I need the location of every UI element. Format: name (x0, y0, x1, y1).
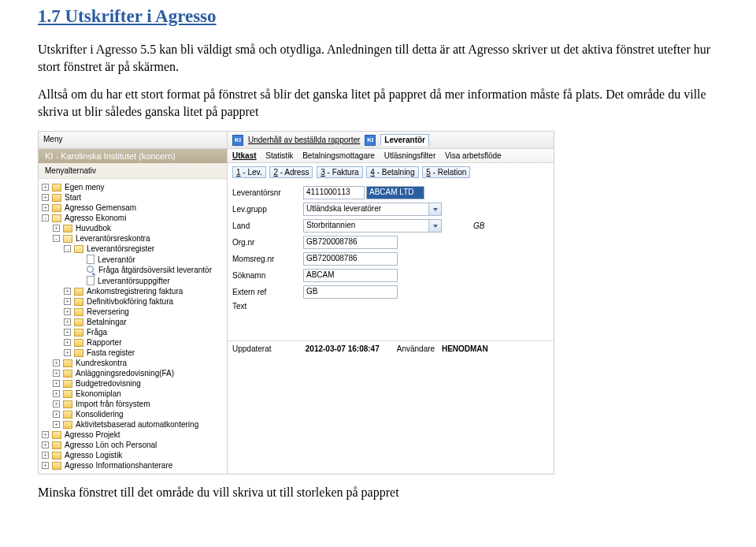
tree-item[interactable]: +Agresso Gemensam (42, 203, 224, 213)
folder-icon (52, 204, 61, 212)
tab-utlasningsfilter[interactable]: Utläsningsfilter (384, 151, 436, 160)
expand-icon[interactable]: + (53, 390, 60, 397)
tree-item[interactable]: +Betalningar (42, 317, 224, 327)
tree-item[interactable]: -Agresso Ekonomi (42, 213, 224, 223)
expand-icon[interactable]: + (53, 400, 60, 407)
tree-item-label: Reversering (87, 307, 129, 316)
folder-icon (63, 400, 72, 408)
leverantorsnr-input[interactable]: 4111000113 (303, 186, 365, 199)
levgrupp-select[interactable]: Utländska leveratörer (303, 203, 429, 216)
expand-icon[interactable]: + (42, 441, 49, 448)
tree-item[interactable]: +Fasta register (42, 348, 224, 358)
folder-icon (63, 225, 72, 233)
tree-item[interactable]: +Agresso Projekt (42, 430, 224, 440)
tab-statistik[interactable]: Statistik (265, 151, 293, 160)
chevron-down-icon[interactable] (429, 203, 442, 216)
land-select[interactable]: Storbritannien (303, 219, 429, 233)
tab-visa-arbetsflode[interactable]: Visa arbetsflöde (445, 151, 502, 160)
orgnr-input[interactable]: GB720008786 (303, 236, 398, 249)
numtab-betalning[interactable]: 4 - Betalning (366, 166, 418, 178)
collapse-icon[interactable]: - (42, 214, 49, 221)
tree-item[interactable]: +Definitivbokföring faktura (42, 296, 224, 307)
expand-icon[interactable]: + (53, 225, 60, 232)
tree-item-label: Agresso Ekonomi (65, 214, 126, 222)
expand-icon[interactable]: + (53, 411, 60, 418)
expand-icon[interactable]: + (53, 380, 60, 387)
expand-icon[interactable]: + (42, 194, 49, 201)
expand-icon[interactable]: + (53, 421, 60, 428)
tree-item[interactable]: -Leverantörsregister (42, 244, 224, 254)
land-label: Land (232, 221, 303, 230)
numtab-lev[interactable]: 1 - Lev. (232, 166, 266, 178)
numtab-adress[interactable]: 2 - Adress (269, 166, 313, 178)
tree-item[interactable]: +Start (42, 192, 224, 203)
tree-item-label: Egen meny (65, 183, 105, 192)
sidebar-subtitle: Menyalternativ (39, 163, 227, 179)
soknamn-input[interactable]: ABCAM (303, 269, 398, 282)
expand-icon[interactable]: + (42, 204, 49, 211)
tab-betalningsmottagare[interactable]: Betalningsmottagare (302, 151, 375, 160)
tab-utkast[interactable]: Utkast (232, 151, 257, 160)
externref-input[interactable]: GB (303, 285, 398, 299)
tree-item[interactable]: +Import från försystem (42, 399, 224, 409)
numtab-faktura[interactable]: 3 - Faktura (317, 166, 362, 178)
tree-item[interactable]: +Kundreskontra (42, 358, 224, 368)
expand-icon[interactable]: + (64, 318, 71, 326)
tree-item[interactable]: Leverantörsuppgifter (42, 275, 224, 286)
expand-icon[interactable]: + (42, 462, 49, 469)
tree-item[interactable]: +Agresso Informationshanterare (42, 460, 224, 471)
tree-item[interactable]: Fråga åtgärdsöversikt leverantör (42, 265, 224, 275)
paragraph-1: Utskrifter i Agresso 5.5 kan bli väldigt… (38, 41, 718, 75)
tree-item[interactable]: +Anläggningsredovisning(FA) (42, 368, 224, 378)
paragraph-2: Alltså om du har ett stort format på fön… (38, 86, 718, 120)
expand-icon[interactable]: + (64, 349, 71, 356)
expand-icon[interactable]: + (53, 359, 60, 367)
momsregnr-input[interactable]: GB720008786 (303, 252, 398, 266)
folder-open-icon (52, 214, 61, 222)
tree-item[interactable]: -Leverantörsreskontra (42, 233, 224, 244)
caption: Minska fönstret till det område du vill … (38, 486, 718, 500)
expand-icon[interactable]: + (42, 431, 49, 438)
tree-item[interactable]: +Fråga (42, 327, 224, 337)
tree-item[interactable]: +Agresso Lön och Personal (42, 440, 224, 450)
tree-item-label: Agresso Lön och Personal (65, 441, 157, 449)
tree-item-label: Konsolidering (76, 410, 124, 419)
expand-icon[interactable]: + (64, 329, 71, 336)
tree-item-label: Definitivbokföring faktura (87, 297, 173, 306)
folder-icon (74, 349, 83, 357)
leverantor-name[interactable]: ABCAM LTD (366, 186, 424, 199)
expand-icon[interactable]: + (64, 339, 71, 346)
tree-item[interactable]: +Agresso Logistik (42, 450, 224, 460)
tree-item[interactable]: +Huvudbok (42, 223, 224, 233)
tree-item[interactable]: +Budgetredovisning (42, 378, 224, 389)
expand-icon[interactable]: + (64, 288, 71, 295)
expand-icon[interactable]: + (64, 308, 71, 315)
folder-open-icon (63, 235, 72, 243)
tab-underhall[interactable]: Underhåll av beställda rapporter (248, 136, 360, 144)
uppdaterat-value: 2012-03-07 16:08:47 (306, 344, 380, 353)
expand-icon[interactable]: + (64, 298, 71, 305)
tree-item[interactable]: +Aktivitetsbaserad automatkontering (42, 419, 224, 430)
collapse-icon[interactable]: - (53, 235, 60, 242)
folder-icon (74, 288, 83, 296)
tree-item[interactable]: +Rapporter (42, 337, 224, 348)
tree-item[interactable]: +Egen meny (42, 182, 224, 192)
collapse-icon[interactable]: - (64, 245, 71, 252)
tree-item[interactable]: +Konsolidering (42, 409, 224, 419)
tree-item[interactable]: +Reversering (42, 307, 224, 317)
tree-item[interactable]: +Ankomstregistrering faktura (42, 286, 224, 296)
chevron-down-icon[interactable] (429, 219, 442, 233)
numtab-relation[interactable]: 5 - Relation (422, 166, 470, 178)
tree-item[interactable]: Leverantör (42, 254, 224, 265)
top-bar-menu-label[interactable]: Meny (39, 132, 228, 148)
agresso-window: Meny KI Underhåll av beställda rapporter… (38, 131, 554, 474)
tree-item-label: Agresso Projekt (65, 430, 120, 439)
folder-icon (63, 390, 72, 398)
tree-item[interactable]: +Ekonomiplan (42, 389, 224, 399)
expand-icon[interactable]: + (42, 452, 49, 459)
tab-leverantor[interactable]: Leverantör (380, 134, 429, 146)
anvandare-value: HENODMAN (442, 344, 488, 353)
expand-icon[interactable]: + (42, 184, 49, 191)
tree-item-label: Fasta register (87, 348, 135, 357)
expand-icon[interactable]: + (53, 370, 60, 377)
